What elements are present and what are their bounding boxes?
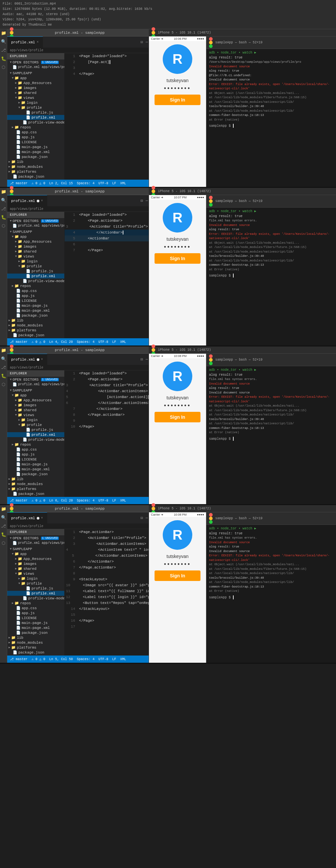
iphone-min[interactable] <box>152 348 155 352</box>
sidebar-item-images[interactable]: ▶📁 images <box>7 561 64 566</box>
sidebar-item-package-json[interactable]: 📄 package.json <box>7 174 64 179</box>
debug-icon[interactable]: 🐛 <box>1 532 6 537</box>
term-prompt[interactable]: sampleApp $ <box>209 123 333 128</box>
close-button[interactable] <box>10 27 13 31</box>
sidebar-item-views[interactable]: ▼📁 views <box>7 95 64 100</box>
sidebar-item-lib[interactable]: ▶📁 lib <box>7 159 64 164</box>
split-editor-icon[interactable]: ⊟ <box>140 356 144 363</box>
split-editor-icon[interactable]: ⊟ <box>140 39 144 45</box>
code-editor[interactable]: 1 <Page loaded="loaded"> 2 <Page.actionB… <box>65 212 148 338</box>
files-icon[interactable]: 📁 <box>1 348 6 353</box>
sidebar-item-views[interactable]: ▼📁 views <box>7 571 64 576</box>
sidebar-item-shared[interactable]: ▶📁 shared <box>7 249 64 254</box>
extensions-icon[interactable]: ⬡ <box>2 382 5 387</box>
term-close[interactable] <box>209 354 213 358</box>
sidebar-item-main-page-xml[interactable]: 📄 main-page.xml <box>7 149 64 154</box>
files-icon[interactable]: 📁 <box>1 31 6 36</box>
files-icon[interactable]: 📁 <box>1 506 6 512</box>
sidebar-item-app-js[interactable]: 📄 app.js <box>7 293 64 298</box>
sidebar-item-package-json[interactable]: 📄 package.json <box>7 154 64 159</box>
sidebar-item-node-modules[interactable]: ▶📁 node_modules <box>7 640 64 645</box>
sidebar-item-app[interactable]: ▼📁 app <box>7 393 64 398</box>
signin-button[interactable]: Sign In <box>155 253 200 264</box>
sidebar-item-app-css[interactable]: 📄 app.css <box>7 288 64 293</box>
open-editor-file[interactable]: 📄 profile.xml app/views/profile <box>7 382 64 387</box>
sidebar-item-platforms[interactable]: ▶📁 platforms <box>7 486 64 491</box>
sampleapp-root[interactable]: ▼ SAMPLEAPP <box>7 388 64 393</box>
extensions-icon[interactable]: ⬡ <box>2 65 5 70</box>
sidebar-item-node-modules[interactable]: ▶📁 node_modules <box>7 482 64 486</box>
terminal-content[interactable]: adb • node_tor • watch ▶ alog result: tr… <box>206 366 336 443</box>
sidebar-item-main-page-xml[interactable]: 📄 main-page.xml <box>7 625 64 630</box>
sidebar-item-app-css[interactable]: 📄 app.css <box>7 130 64 135</box>
sidebar-item-profile-view-model-js[interactable]: 📄 profile-view-model.js <box>7 596 64 601</box>
minimize-button[interactable] <box>10 348 13 352</box>
sidebar-item-login[interactable]: ▶📁 login <box>7 100 64 105</box>
iphone-min[interactable] <box>152 31 155 34</box>
term-max[interactable] <box>209 520 213 524</box>
open-editor-file[interactable]: 📄 profile.xml app/views/profile <box>7 223 64 228</box>
code-editor[interactable]: 1 <Page loaded="loaded"> 2 <Page.actionB… <box>65 370 148 497</box>
iphone-close[interactable] <box>152 503 155 507</box>
sidebar-item-package-json[interactable]: 📄 package.json <box>7 313 64 318</box>
split-editor-icon[interactable]: ⊟ <box>140 515 144 521</box>
tab-profile-xml[interactable]: profile.xml × <box>7 354 47 365</box>
term-prompt[interactable]: sampleApp $ <box>209 436 333 441</box>
tab-profile-xml[interactable]: profile.xml × <box>7 195 47 207</box>
more-actions-icon[interactable]: ⋯ <box>145 515 148 521</box>
sidebar-item-app-resources[interactable]: ▶📁 App_Resources <box>7 81 64 85</box>
git-icon[interactable]: ⎇ <box>1 206 6 212</box>
sidebar-item-package-json[interactable]: 📄 package.json <box>7 630 64 635</box>
search-icon[interactable]: 🔍 <box>1 198 6 203</box>
sidebar-item-main-page-js[interactable]: 📄 main-page.js <box>7 620 64 625</box>
debug-icon[interactable]: 🐛 <box>1 373 6 379</box>
sidebar-item-repos[interactable]: ▶📁 repos <box>7 283 64 288</box>
sidebar-item-platforms[interactable]: ▶📁 platforms <box>7 645 64 650</box>
term-close[interactable] <box>209 196 213 199</box>
sidebar-item-app[interactable]: ▼📁 app <box>7 234 64 239</box>
more-actions-icon[interactable]: ⋯ <box>145 39 148 45</box>
sidebar-item-license[interactable]: 📄 LICENSE <box>7 140 64 145</box>
sidebar-item-repos[interactable]: ▶📁 repos <box>7 125 64 130</box>
minimize-button[interactable] <box>10 189 13 193</box>
sidebar-item-main-page-xml[interactable]: 📄 main-page.xml <box>7 467 64 472</box>
iphone-close[interactable] <box>152 27 155 31</box>
term-min[interactable] <box>209 199 213 203</box>
terminal-content[interactable]: adb • node_tor • watch ▶ alog result: tr… <box>206 208 336 279</box>
sidebar-item-images[interactable]: ▶📁 images <box>7 403 64 408</box>
sidebar-item-app-css[interactable]: 📄 app.css <box>7 606 64 611</box>
open-editor-file[interactable]: 📄 profile.xml app/views/profile <box>7 540 64 546</box>
sidebar-item-profile[interactable]: ▼📁 profile <box>7 422 64 427</box>
close-button[interactable] <box>10 503 13 507</box>
term-close[interactable] <box>209 513 213 517</box>
sidebar-item-profile-xml[interactable]: 📄 profile.xml <box>7 591 64 596</box>
term-max[interactable] <box>209 203 213 207</box>
sidebar-item-profile-xml[interactable]: 📄 profile.xml <box>7 115 64 120</box>
more-actions-icon[interactable]: ⋯ <box>145 356 148 363</box>
sidebar-item-login[interactable]: ▶📁 login <box>7 259 64 264</box>
open-editors-header[interactable]: ▼ OPEN EDITORS 1 UNSAVED <box>7 219 64 223</box>
code-editor[interactable]: 1 <Page loaded="loaded"> 2 [Page.act] 3 … <box>65 53 148 180</box>
term-close[interactable] <box>209 37 213 41</box>
sidebar-item-profile-js[interactable]: 📄 profile.js <box>7 586 64 591</box>
sidebar-item-profile-view-model-js[interactable]: 📄 profile-view-model.js <box>7 120 64 125</box>
sampleapp-root[interactable]: ▼ SAMPLEAPP <box>7 71 64 75</box>
open-editors-header[interactable]: ▼ OPEN EDITORS 1 UNSAVED <box>7 60 64 65</box>
git-icon[interactable]: ⎇ <box>1 365 6 370</box>
sidebar-item-login[interactable]: ▶📁 login <box>7 576 64 581</box>
sidebar-item-app-js[interactable]: 📄 app.js <box>7 452 64 457</box>
sidebar-item-license[interactable]: 📄 LICENSE <box>7 615 64 620</box>
signin-button[interactable]: Sign In <box>155 570 200 581</box>
signin-button[interactable]: Sign In <box>155 95 200 105</box>
term-min[interactable] <box>209 41 213 44</box>
sidebar-item-package-json[interactable]: 📄 package.json <box>7 333 64 338</box>
extensions-icon[interactable]: ⬡ <box>2 540 5 546</box>
terminal-content[interactable]: adb • node_tor • watch ▶ alog result: tr… <box>206 525 336 601</box>
terminal-content[interactable]: adb • node_tor • watch ▶ alog result: tr… <box>206 49 336 130</box>
sampleapp-root[interactable]: ▼ SAMPLEAPP <box>7 547 64 551</box>
sidebar-item-license[interactable]: 📄 LICENSE <box>7 298 64 303</box>
sampleapp-root[interactable]: ▼ SAMPLEAPP <box>7 229 64 234</box>
sidebar-item-views[interactable]: ▼📁 views <box>7 412 64 417</box>
tab-close-button[interactable]: × <box>37 40 39 44</box>
sidebar-item-lib[interactable]: ▶📁 lib <box>7 476 64 482</box>
